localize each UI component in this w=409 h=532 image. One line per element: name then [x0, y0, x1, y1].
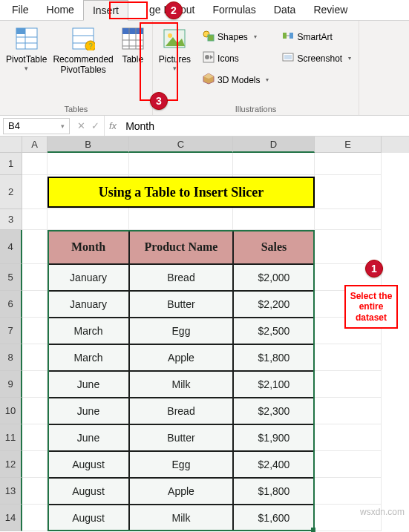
table-cell[interactable]: $1,800 — [233, 478, 315, 505]
icons-button[interactable]: Icons — [198, 50, 273, 67]
svg-rect-23 — [289, 33, 293, 39]
3d-models-icon — [203, 73, 215, 87]
step-badge-2: 2 — [165, 1, 183, 19]
row-header-5[interactable]: 5 — [0, 264, 22, 291]
table-cell[interactable]: Milk — [129, 371, 233, 398]
table-cell[interactable]: Egg — [129, 451, 233, 478]
row-header-14[interactable]: 14 — [0, 505, 22, 531]
table-row: AugustMilk$1,600 — [48, 505, 315, 531]
table-cell[interactable]: $2,400 — [233, 451, 315, 478]
row-header-7[interactable]: 7 — [0, 318, 22, 344]
table-cell[interactable]: $2,300 — [233, 398, 315, 424]
table-cell[interactable]: $2,500 — [233, 318, 315, 344]
pictures-icon — [161, 25, 188, 52]
3d-models-button[interactable]: 3D Models — [198, 71, 273, 88]
col-header-b[interactable]: B — [48, 137, 129, 153]
fx-icon[interactable]: fx — [105, 120, 121, 131]
table-cell[interactable]: $2,200 — [233, 291, 315, 318]
shapes-button[interactable]: Shapes — [198, 28, 273, 45]
tab-insert[interactable]: Insert — [83, 0, 128, 21]
tab-file[interactable]: File — [3, 0, 38, 20]
row-header-13[interactable]: 13 — [0, 478, 22, 505]
table-cell[interactable]: March — [48, 318, 129, 344]
screenshot-icon — [282, 51, 294, 65]
smartart-button[interactable]: SmartArt — [278, 28, 356, 45]
shapes-icon — [203, 30, 215, 44]
table-row: MarchEgg$2,500 — [48, 318, 315, 344]
icons-label: Icons — [217, 53, 239, 64]
fx-cancel-icon[interactable]: ✕ — [77, 120, 85, 131]
svg-text:?: ? — [88, 42, 93, 50]
shapes-label: Shapes — [217, 32, 248, 42]
row-header-8[interactable]: 8 — [0, 344, 22, 371]
table-cell[interactable]: June — [48, 398, 129, 424]
fx-accept-icon[interactable]: ✓ — [91, 120, 99, 131]
table-cell[interactable]: June — [48, 424, 129, 451]
screenshot-label: Screenshot — [297, 53, 342, 64]
col-header-a[interactable]: A — [22, 137, 48, 153]
table-cell[interactable]: Egg — [129, 318, 233, 344]
recommended-pivottables-button[interactable]: ? Recommended PivotTables — [50, 24, 116, 77]
recommended-pivottables-icon: ? — [70, 25, 96, 52]
table-cell[interactable]: June — [48, 371, 129, 398]
table-cell[interactable]: $2,100 — [233, 371, 315, 398]
ribbon-body: PivotTable ? Recommended PivotTables Tab… — [0, 21, 409, 116]
row-header-2[interactable]: 2 — [0, 175, 22, 209]
table-cell[interactable]: $1,800 — [233, 344, 315, 371]
tables-group-label: Tables — [3, 103, 149, 114]
col-header-d[interactable]: D — [233, 137, 315, 153]
table-row: AugustApple$1,800 — [48, 478, 315, 505]
table-cell[interactable]: Butter — [129, 291, 233, 318]
row-header-6[interactable]: 6 — [0, 291, 22, 318]
select-all-corner[interactable] — [0, 137, 22, 153]
table-cell[interactable]: August — [48, 451, 129, 478]
tab-home[interactable]: Home — [38, 0, 83, 20]
recommended-pivottables-label: Recommended PivotTables — [53, 54, 113, 76]
ribbon-group-tables: PivotTable ? Recommended PivotTables Tab… — [0, 21, 153, 115]
pivottable-icon — [13, 25, 40, 52]
icons-icon — [203, 51, 215, 65]
table-cell[interactable]: January — [48, 264, 129, 291]
row-header-11[interactable]: 11 — [0, 424, 22, 451]
table-cell[interactable]: Apple — [129, 344, 233, 371]
step-badge-1: 1 — [365, 260, 383, 278]
tab-formulas[interactable]: Formulas — [203, 0, 264, 20]
3d-models-label: 3D Models — [217, 75, 260, 85]
col-header-c[interactable]: C — [129, 137, 233, 153]
row-header-4[interactable]: 4 — [0, 230, 22, 264]
table-cell[interactable]: $1,600 — [233, 505, 315, 531]
name-box[interactable]: B4 — [3, 118, 70, 134]
tab-data[interactable]: Data — [265, 0, 305, 20]
table-cell[interactable]: Milk — [129, 505, 233, 531]
data-table: MonthProduct NameSalesJanuaryBread$2,000… — [48, 230, 315, 531]
table-cell[interactable]: August — [48, 478, 129, 505]
row-header-9[interactable]: 9 — [0, 371, 22, 398]
row-header-10[interactable]: 10 — [0, 398, 22, 424]
table-label: Table — [122, 54, 143, 65]
table-cell[interactable]: $1,900 — [233, 424, 315, 451]
svg-rect-19 — [208, 35, 214, 41]
fx-controls: ✕ ✓ — [73, 116, 105, 136]
table-cell[interactable]: Bread — [129, 264, 233, 291]
table-cell[interactable]: March — [48, 344, 129, 371]
pivottable-button[interactable]: PivotTable — [3, 24, 50, 74]
row-header-3[interactable]: 3 — [0, 209, 22, 230]
pictures-button[interactable]: Pictures — [156, 24, 194, 74]
table-cell[interactable]: Apple — [129, 478, 233, 505]
table-button[interactable]: Table — [117, 24, 149, 66]
table-cell[interactable]: January — [48, 291, 129, 318]
smartart-icon — [282, 30, 294, 44]
table-cell[interactable]: Butter — [129, 424, 233, 451]
row-header-12[interactable]: 12 — [0, 451, 22, 478]
spreadsheet-grid: A B C D E 1 2 3 4 5 6 7 8 9 10 11 12 13 … — [0, 137, 409, 531]
row-header-1[interactable]: 1 — [0, 153, 22, 175]
table-cell[interactable]: August — [48, 505, 129, 531]
col-header-e[interactable]: E — [315, 137, 382, 153]
table-header-cell: Month — [48, 230, 129, 264]
table-cell[interactable]: $2,000 — [233, 264, 315, 291]
formula-input[interactable] — [121, 116, 409, 136]
watermark: wsxdn.com — [360, 507, 405, 517]
screenshot-button[interactable]: Screenshot — [278, 50, 356, 67]
table-cell[interactable]: Bread — [129, 398, 233, 424]
tab-review[interactable]: Review — [304, 0, 356, 20]
